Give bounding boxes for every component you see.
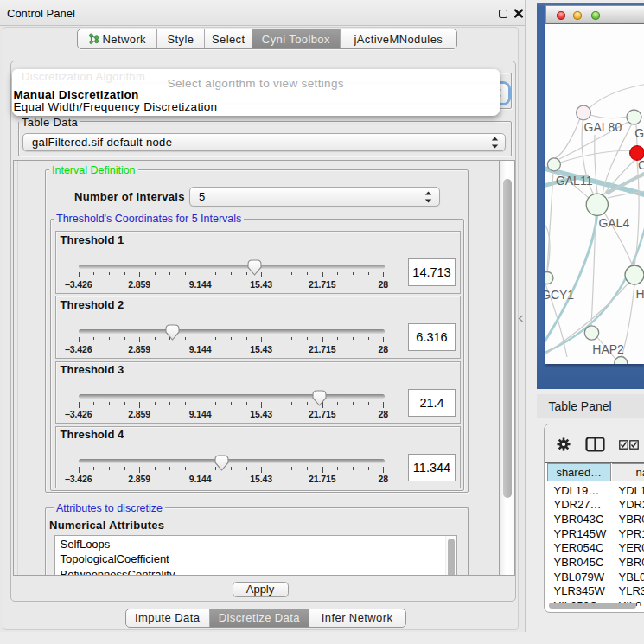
svg-text:GAL11: GAL11 (556, 173, 593, 187)
svg-text:GA: GA (634, 125, 644, 139)
svg-text:GCY1: GCY1 (545, 287, 574, 301)
svg-text:C: C (638, 158, 644, 172)
svg-text:GAL80: GAL80 (584, 119, 622, 133)
svg-text:H: H (636, 287, 644, 301)
svg-text:HAP2: HAP2 (592, 341, 624, 355)
svg-text:GAL4: GAL4 (598, 215, 629, 229)
